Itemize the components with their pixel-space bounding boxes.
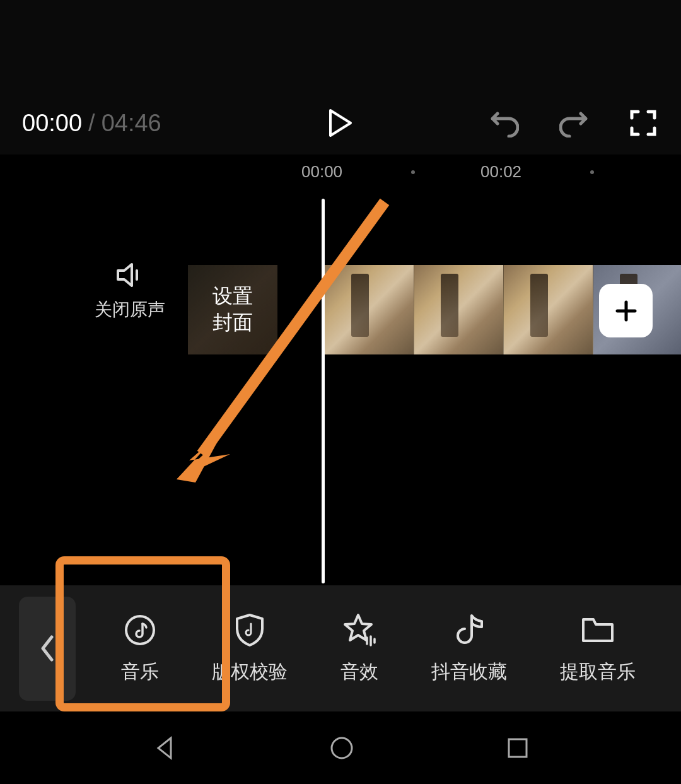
redo-button[interactable] bbox=[558, 107, 590, 139]
current-time: 00:00 bbox=[22, 110, 82, 137]
svg-point-4 bbox=[332, 738, 352, 758]
tool-douyin-favorites[interactable]: 抖音收藏 bbox=[431, 612, 507, 685]
time-display: 00:00 / 04:46 bbox=[22, 110, 161, 137]
video-thumbnail bbox=[414, 265, 504, 354]
music-icon bbox=[124, 614, 156, 647]
time-separator: / bbox=[88, 110, 95, 137]
back-button[interactable] bbox=[19, 597, 76, 701]
star-sound-icon bbox=[342, 612, 377, 648]
tool-label: 版权校验 bbox=[212, 659, 288, 685]
ruler-dot bbox=[411, 170, 415, 174]
play-button[interactable] bbox=[325, 107, 356, 139]
svg-rect-5 bbox=[509, 739, 527, 757]
bottom-toolbar: 音乐 版权校验 音效 bbox=[0, 585, 681, 711]
timeline-ruler: 00:00 00:02 bbox=[0, 155, 681, 192]
douyin-icon bbox=[454, 613, 484, 647]
tool-label: 音乐 bbox=[121, 659, 159, 685]
speaker-icon bbox=[115, 262, 144, 288]
fullscreen-icon bbox=[629, 109, 657, 137]
nav-back-icon[interactable] bbox=[151, 734, 178, 762]
nav-home-icon[interactable] bbox=[328, 734, 356, 762]
system-nav-bar bbox=[0, 711, 681, 784]
chevron-left-icon bbox=[39, 635, 55, 662]
tool-label: 抖音收藏 bbox=[431, 659, 507, 685]
add-clip-button[interactable] bbox=[599, 284, 653, 337]
tool-sound-effect[interactable]: 音效 bbox=[340, 612, 378, 685]
video-thumbnail bbox=[325, 265, 414, 354]
tool-music[interactable]: 音乐 bbox=[121, 612, 159, 685]
tool-items: 音乐 版权校验 音效 bbox=[76, 612, 681, 685]
player-controls: 00:00 / 04:46 bbox=[0, 98, 681, 148]
nav-recent-icon[interactable] bbox=[505, 735, 530, 761]
folder-icon bbox=[581, 616, 615, 645]
play-icon bbox=[328, 109, 353, 137]
timeline-area[interactable]: 00:00 00:02 关闭原声 设置 封面 bbox=[0, 155, 681, 587]
redo-icon bbox=[559, 108, 588, 137]
ruler-dot bbox=[590, 170, 594, 174]
cover-label: 设置 封面 bbox=[212, 283, 253, 336]
video-thumbnail bbox=[504, 265, 593, 354]
tool-extract-music[interactable]: 提取音乐 bbox=[560, 612, 636, 685]
shield-music-icon bbox=[233, 612, 266, 648]
undo-button[interactable] bbox=[489, 107, 520, 139]
total-time: 04:46 bbox=[102, 110, 161, 137]
track-area: 关闭原声 设置 封面 bbox=[0, 265, 681, 356]
tool-label: 提取音乐 bbox=[560, 659, 636, 685]
plus-icon bbox=[614, 298, 639, 324]
fullscreen-button[interactable] bbox=[627, 107, 659, 139]
right-controls bbox=[489, 107, 659, 139]
set-cover-button[interactable]: 设置 封面 bbox=[188, 265, 277, 354]
mute-original-button[interactable]: 关闭原声 bbox=[95, 262, 165, 322]
mute-label: 关闭原声 bbox=[95, 298, 165, 322]
tool-copyright[interactable]: 版权校验 bbox=[212, 612, 288, 685]
ruler-mark: 00:00 bbox=[301, 162, 342, 182]
tool-label: 音效 bbox=[340, 659, 378, 685]
ruler-mark: 00:02 bbox=[480, 162, 521, 182]
undo-icon bbox=[490, 108, 519, 137]
playhead[interactable] bbox=[322, 199, 325, 583]
